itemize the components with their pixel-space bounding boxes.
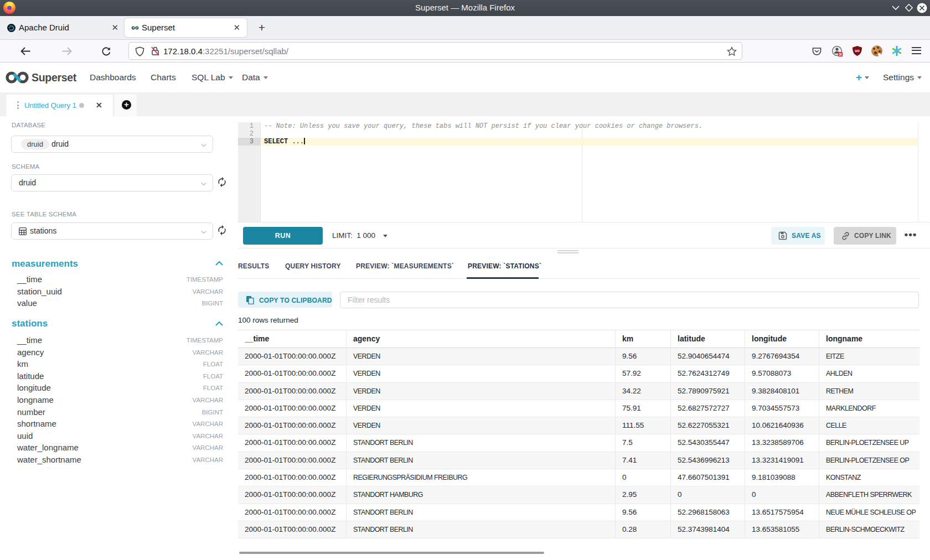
svg-text:uo: uo (855, 49, 860, 53)
